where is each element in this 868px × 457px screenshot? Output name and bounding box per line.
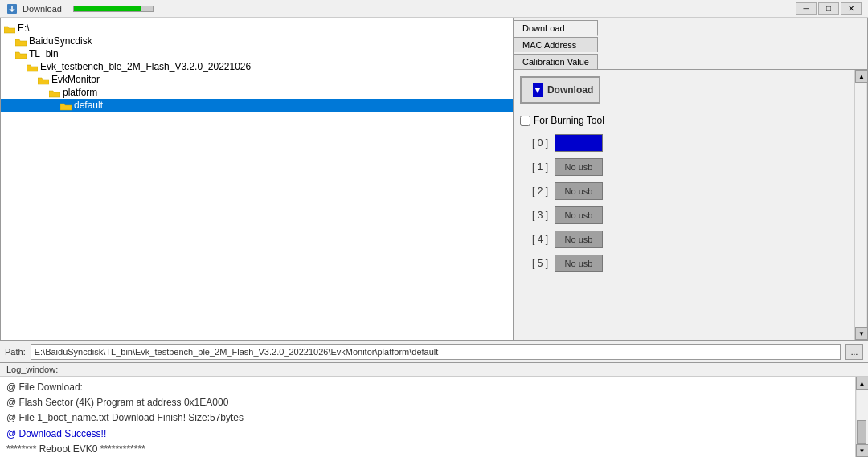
usb-label-4: [ 4 ]: [520, 234, 548, 245]
tab-bar: DownLoadMAC AddressCalibration Value: [514, 18, 867, 70]
tab-mac[interactable]: MAC Address: [514, 37, 598, 52]
usb-row-1: [ 1 ]No usb: [520, 158, 848, 176]
tree-label-baidusyncdisk: BaiduSyncdisk: [29, 35, 92, 47]
usb-grid: [ 0 ][ 1 ]No usb[ 2 ]No usb[ 3 ]No usb[ …: [520, 134, 848, 272]
right-panel-content: ▼ Download For Burning Tool [ 0 ][ 1 ]No…: [514, 70, 854, 340]
progress-bar: [73, 6, 154, 12]
scroll-down-btn[interactable]: ▼: [855, 327, 867, 340]
tree-item-evkmonitor[interactable]: EvkMonitor: [1, 73, 513, 86]
tree-item-baidusyncdisk[interactable]: BaiduSyncdisk: [1, 35, 513, 47]
tree-item-default[interactable]: default: [1, 99, 513, 112]
tree-item-tl_bin[interactable]: TL_bin: [1, 47, 513, 60]
tree-item-evk_testbench[interactable]: Evk_testbench_ble_2M_Flash_V3.2.0_202210…: [1, 60, 513, 73]
tree-label-evkmonitor: EvkMonitor: [51, 74, 100, 85]
title-bar: Download ─ □ ✕: [0, 0, 868, 18]
usb-row-5: [ 5 ]No usb: [520, 255, 848, 272]
minimize-button[interactable]: ─: [796, 2, 817, 15]
tree-label-platform: platform: [63, 87, 97, 98]
log-content: @ File Download:@ Flash Sector (4K) Prog…: [0, 377, 868, 457]
path-bar: Path: ...: [0, 341, 868, 362]
usb-label-0: [ 0 ]: [520, 137, 548, 149]
tree-item-e_drive[interactable]: E:\: [1, 22, 513, 35]
log-line: @ File Download:: [6, 380, 849, 395]
usb-status-4[interactable]: No usb: [555, 231, 603, 248]
usb-status-3[interactable]: No usb: [555, 206, 603, 224]
progress-fill: [74, 6, 141, 11]
usb-row-3: [ 3 ]No usb: [520, 206, 848, 224]
log-line: @ Flash Sector (4K) Program at address 0…: [6, 395, 849, 410]
usb-status-1[interactable]: No usb: [555, 158, 603, 176]
tree-item-platform[interactable]: platform: [1, 86, 513, 99]
log-scrollbar[interactable]: ▲ ▼: [855, 377, 868, 457]
log-text: @ File Download:@ Flash Sector (4K) Prog…: [0, 377, 855, 457]
app-icon: [6, 3, 18, 14]
right-scrollbar[interactable]: ▲ ▼: [854, 70, 867, 340]
usb-label-5: [ 5 ]: [520, 258, 548, 269]
download-label: Download: [547, 84, 593, 96]
usb-status-0[interactable]: [555, 134, 603, 152]
path-input[interactable]: [31, 344, 841, 360]
tree-label-evk_testbench: Evk_testbench_ble_2M_Flash_V3.2.0_202210…: [40, 61, 251, 72]
tab-download[interactable]: DownLoad: [514, 20, 598, 36]
log-scroll-up[interactable]: ▲: [856, 377, 869, 390]
tree-label-e_drive: E:\: [18, 22, 30, 34]
right-panel: DownLoadMAC AddressCalibration Value ▼ D…: [514, 18, 867, 340]
window-title: Download: [23, 4, 62, 14]
log-scroll-thumb: [857, 420, 866, 444]
file-tree-panel: E:\BaiduSyncdiskTL_binEvk_testbench_ble_…: [1, 18, 514, 340]
burning-tool-checkbox[interactable]: [520, 116, 530, 126]
maximize-button[interactable]: □: [818, 2, 839, 15]
usb-label-3: [ 3 ]: [520, 210, 548, 221]
window-controls: ─ □ ✕: [796, 2, 862, 15]
tree-label-default: default: [74, 100, 103, 111]
burning-tool-row: For Burning Tool: [520, 115, 848, 126]
usb-status-2[interactable]: No usb: [555, 182, 603, 200]
download-button[interactable]: ▼ Download: [520, 76, 600, 104]
tab-calibration[interactable]: Calibration Value: [514, 54, 598, 69]
log-section: Log_window: @ File Download:@ Flash Sect…: [0, 362, 868, 457]
usb-label-1: [ 1 ]: [520, 161, 548, 173]
path-label: Path:: [5, 347, 26, 357]
file-tree: E:\BaiduSyncdiskTL_binEvk_testbench_ble_…: [1, 22, 513, 112]
log-scroll-down[interactable]: ▼: [856, 444, 869, 457]
path-browse-button[interactable]: ...: [845, 344, 863, 360]
usb-row-4: [ 4 ]No usb: [520, 231, 848, 248]
usb-status-5[interactable]: No usb: [555, 255, 603, 272]
scroll-up-btn[interactable]: ▲: [855, 70, 867, 83]
tabs: DownLoadMAC AddressCalibration Value: [514, 18, 600, 69]
usb-label-2: [ 2 ]: [520, 186, 548, 197]
tree-label-tl_bin: TL_bin: [29, 48, 59, 59]
usb-row-2: [ 2 ]No usb: [520, 182, 848, 200]
burning-tool-label: For Burning Tool: [534, 115, 604, 126]
log-header: Log_window:: [0, 363, 868, 377]
log-line: ******** Reboot EVK0 ************: [6, 442, 849, 457]
download-arrow-icon: ▼: [533, 83, 542, 97]
main-content: E:\BaiduSyncdiskTL_binEvk_testbench_ble_…: [0, 18, 868, 341]
log-line: @ Download Success!!: [6, 426, 849, 442]
scroll-track: [855, 83, 866, 327]
title-bar-left: Download: [6, 3, 154, 14]
log-line: @ File 1_boot_name.txt Download Finish! …: [6, 410, 849, 426]
log-scroll-track: [857, 390, 868, 444]
usb-row-0: [ 0 ]: [520, 134, 848, 152]
close-button[interactable]: ✕: [841, 2, 862, 15]
